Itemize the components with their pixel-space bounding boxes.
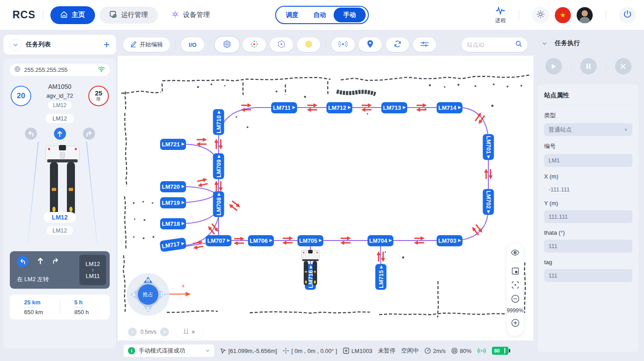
station-search [462,37,528,52]
station-LM720[interactable]: LM720▶ [160,181,186,192]
fork-control[interactable] [176,325,202,339]
agv-id: agv_id_72 [46,92,73,99]
agv-visual: LM12 LM12 [10,141,110,248]
wall-pointcloud [167,311,218,312]
lidar-button[interactable] [331,37,355,52]
search-icon[interactable] [515,40,522,49]
tag-input[interactable]: 111 [544,269,632,282]
go-straight-button[interactable] [54,128,66,140]
speed-value: 0.5m/s [140,329,157,335]
io-button[interactable]: I/O [181,37,204,52]
visibility-button[interactable] [510,248,520,257]
station-LM703[interactable]: LM703▶ [437,235,462,246]
crosshair-icon [283,348,289,354]
refresh-button[interactable] [386,37,409,52]
task-list-title: 任务列表 [26,41,51,49]
locate-button[interactable] [359,37,382,52]
station-LM701[interactable]: LM701▶ [483,134,494,160]
thata-input[interactable]: 111 [544,240,632,253]
center-focus-button[interactable] [510,280,520,290]
task-list-header: 任务列表 + [4,35,116,54]
user-avatar[interactable] [577,7,593,23]
pause-button[interactable] [580,58,597,75]
turn-right-button[interactable] [83,128,95,140]
mode-manual[interactable]: 手动 [334,8,366,22]
speed-minus-button[interactable]: − [128,328,137,336]
hint-turn-left-icon [17,256,29,267]
zoom-in-button[interactable] [510,318,520,328]
theme-button[interactable] [532,7,549,24]
layer-pointcloud-button[interactable] [243,37,266,52]
status-message-dropdown[interactable]: i 手动模式连接成功 [123,344,215,357]
speed-plus-button[interactable]: + [160,328,169,336]
wall-pointcloud [125,91,126,110]
current-station-pill: LM12 [44,212,76,223]
ip-field[interactable]: 255.255.255.255 [10,64,110,76]
station-LM721[interactable]: LM721▶ [160,139,186,150]
station-direction-icon: ▶ [487,155,490,158]
station-LM706[interactable]: LM706▶ [248,235,274,246]
station-label: LM709 [215,159,222,177]
turn-left-button[interactable] [25,128,37,140]
station-LM719[interactable]: LM719▶ [160,197,186,208]
station-direction-icon: ▶ [348,106,351,109]
route-to: LM11 [86,273,100,279]
task-execution-header: 任务执行 [538,35,639,49]
layer-zone-button[interactable] [297,37,320,52]
minimap-button[interactable] [510,266,520,276]
battery-level: 80 [494,348,500,353]
map-canvas[interactable]: LM711▶LM712▶LM713▶LM714▶LM710▶LM721▶LM70… [118,56,533,340]
code-input[interactable]: LM1 [544,154,632,167]
speck [143,237,144,239]
zoom-out-button[interactable] [510,294,520,303]
station-LM707[interactable]: LM707▶ [206,235,231,246]
layer-path-button[interactable] [270,37,293,52]
language-flag-icon[interactable]: ★ [555,7,571,23]
station-LM711[interactable]: LM711▶ [271,102,297,113]
station-LM709[interactable]: LM709▶ [213,153,224,179]
seize-button[interactable]: 抢占 [138,284,158,305]
layer-station-button[interactable] [215,37,239,52]
type-select[interactable]: 普通站点 ▼ [544,123,632,136]
cancel-button[interactable] [615,58,632,75]
collapse-button[interactable] [10,39,21,50]
station-LM708[interactable]: LM708▶ [213,191,224,217]
field-type-label: 类型 [544,112,632,120]
station-LM702[interactable]: LM702▶ [483,189,494,215]
map-robot[interactable] [300,249,321,288]
hours-today: 5 h [74,299,110,306]
station-search-input[interactable] [467,41,512,48]
nav-devices[interactable]: 设备管理 [161,6,220,24]
station-LM712[interactable]: LM712▶ [326,102,352,113]
station-LM714[interactable]: LM714▶ [437,102,462,113]
nav-operations[interactable]: 运行管理 [99,7,158,24]
task-execution-title: 任务执行 [555,39,580,47]
station-LM704[interactable]: LM704▶ [367,235,393,246]
filter-button[interactable] [413,37,436,52]
play-button[interactable] [545,58,562,75]
station-direction-icon: ▶ [181,241,184,245]
app-logo: RCS [12,9,36,21]
add-task-button[interactable]: + [103,40,110,49]
speck [507,86,508,87]
station-LM715[interactable]: LM715▶ [376,264,387,290]
mode-auto[interactable]: 自动 [306,8,334,22]
mode-dispatch[interactable]: 调度 [278,8,306,22]
process-button[interactable]: 进程 [495,6,506,25]
station-LM713[interactable]: LM713▶ [381,102,407,113]
odometer-total: 650 km [24,309,60,315]
direction-arrows [241,104,252,112]
nav-home[interactable]: 主页 [50,6,95,24]
nav-hint-text: 在 LM2 左转 [17,275,76,283]
y-input[interactable]: 111.111 [544,210,632,223]
wall-pointcloud [524,262,525,313]
station-LM705[interactable]: LM705▶ [297,235,323,246]
signal-indicator [477,348,486,354]
station-LM710[interactable]: LM710▶ [213,109,224,135]
collapse-button[interactable] [539,37,550,49]
station-direction-icon: ▶ [269,239,272,242]
station-label: LM708 [215,197,222,215]
start-edit-button[interactable]: 开始编辑 [123,37,170,52]
power-button[interactable] [619,7,636,24]
station-LM718[interactable]: LM718▶ [160,218,186,229]
